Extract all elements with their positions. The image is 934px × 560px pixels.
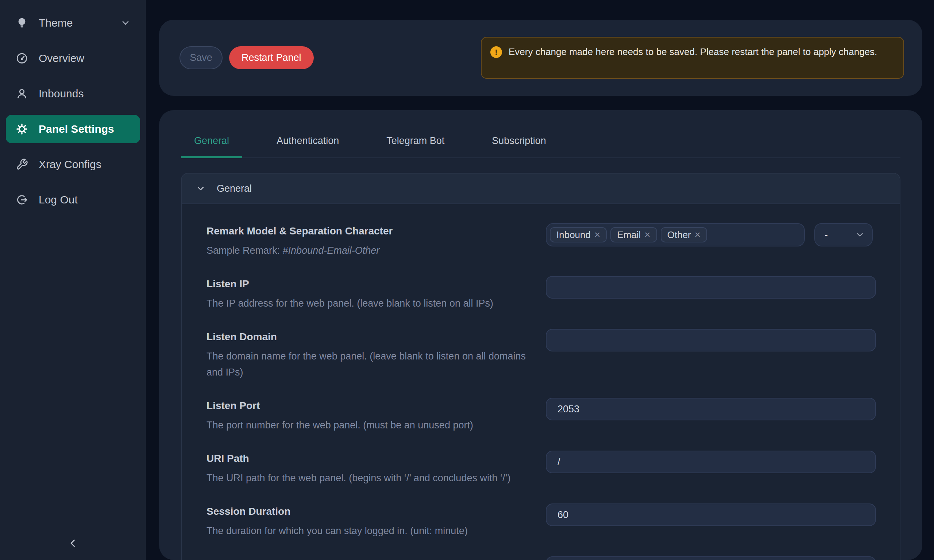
form-row-listen-domain: Listen Domain The domain name for the we…: [207, 329, 876, 380]
gear-icon: [15, 123, 28, 135]
sidebar-item-inbounds[interactable]: Inbounds: [6, 80, 140, 108]
toolbar-card: Save Restart Panel ! Every change made h…: [159, 20, 922, 96]
alert-text: Every change made here needs to be saved…: [509, 44, 877, 60]
main-content: Save Restart Panel ! Every change made h…: [146, 0, 934, 560]
restart-warning-alert: ! Every change made here needs to be sav…: [481, 37, 904, 79]
tag-label: Other: [667, 229, 691, 241]
pagination-size-input[interactable]: [546, 556, 876, 560]
selected-separator: -: [825, 229, 828, 241]
sidebar-item-label: Overview: [39, 52, 131, 65]
sidebar-item-panel-settings[interactable]: Panel Settings: [6, 115, 140, 143]
sidebar-item-label: Panel Settings: [39, 123, 131, 135]
tab-authentication[interactable]: Authentication: [264, 135, 352, 158]
logout-icon: [15, 193, 28, 206]
field-description: The IP address for the web panel. (leave…: [207, 295, 527, 311]
listen-domain-input[interactable]: [546, 329, 876, 351]
field-description: The URI path for the web panel. (begins …: [207, 470, 527, 486]
chevron-down-icon: [855, 230, 865, 240]
settings-tabs: General Authentication Telegram Bot Subs…: [181, 110, 900, 158]
field-description: The port number for the web panel. (must…: [207, 417, 527, 433]
save-button[interactable]: Save: [179, 46, 223, 69]
sidebar-item-theme[interactable]: Theme: [6, 9, 140, 37]
sidebar-item-xray-configs[interactable]: Xray Configs: [6, 150, 140, 178]
sidebar-item-overview[interactable]: Overview: [6, 44, 140, 72]
field-label: URI Path: [207, 451, 546, 467]
tab-general[interactable]: General: [181, 135, 242, 158]
close-icon[interactable]: ×: [695, 230, 701, 240]
separation-character-select[interactable]: -: [814, 223, 873, 246]
tag-label: Inbound: [556, 229, 591, 241]
section-title: General: [217, 183, 252, 194]
sidebar-collapse-button[interactable]: [65, 535, 81, 551]
sidebar-item-label: Inbounds: [39, 88, 131, 100]
chevron-down-icon: [120, 18, 131, 28]
form-row-listen-ip: Listen IP The IP address for the web pan…: [207, 276, 876, 311]
close-icon[interactable]: ×: [594, 230, 600, 240]
form-row-uri-path: URI Path The URI path for the web panel.…: [207, 451, 876, 486]
wrench-icon: [15, 158, 28, 171]
tag-other: Other ×: [661, 227, 707, 242]
tag-email: Email ×: [610, 227, 657, 242]
sidebar-item-label: Theme: [39, 17, 110, 29]
sidebar: Theme Overview Inbounds: [0, 0, 146, 560]
field-description: The duration for which you can stay logg…: [207, 523, 527, 539]
user-icon: [15, 87, 28, 100]
uri-path-input[interactable]: [546, 451, 876, 473]
field-label: Pagination Size: [207, 556, 546, 560]
sidebar-item-label: Log Out: [39, 194, 131, 206]
remark-model-multiselect[interactable]: Inbound × Email × Other ×: [546, 223, 805, 246]
form-row-session-duration: Session Duration The duration for which …: [207, 503, 876, 539]
tab-subscription[interactable]: Subscription: [479, 135, 559, 158]
sample-remark-value: #Inbound-Email-Other: [283, 245, 380, 256]
field-label: Listen Domain: [207, 329, 546, 345]
general-section-header[interactable]: General: [182, 174, 900, 204]
field-description: Sample Remark: #Inbound-Email-Other: [207, 242, 527, 258]
sidebar-item-label: Xray Configs: [39, 158, 131, 171]
field-description: The domain name for the web panel. (leav…: [207, 348, 527, 380]
field-label: Remark Model & Separation Character: [207, 223, 546, 239]
form-row-listen-port: Listen Port The port number for the web …: [207, 398, 876, 433]
chevron-down-icon: [196, 183, 206, 194]
session-duration-input[interactable]: [546, 503, 876, 526]
listen-ip-input[interactable]: [546, 276, 876, 298]
sample-remark-prefix: Sample Remark:: [207, 245, 283, 256]
restart-panel-button[interactable]: Restart Panel: [229, 46, 314, 69]
field-label: Listen Port: [207, 398, 546, 414]
field-label: Session Duration: [207, 503, 546, 520]
form-row-pagination-size: Pagination Size: [207, 556, 876, 560]
tab-telegram-bot[interactable]: Telegram Bot: [373, 135, 458, 158]
listen-port-input[interactable]: [546, 398, 876, 420]
tag-label: Email: [617, 229, 641, 241]
general-section: General Remark Model & Separation Charac…: [181, 173, 900, 560]
warning-icon: !: [490, 46, 502, 58]
form-row-remark-model: Remark Model & Separation Character Samp…: [207, 223, 876, 258]
sidebar-item-log-out[interactable]: Log Out: [6, 186, 140, 214]
bulb-icon: [15, 16, 28, 29]
general-section-body: Remark Model & Separation Character Samp…: [182, 204, 900, 560]
dashboard-icon: [15, 52, 28, 65]
settings-card: General Authentication Telegram Bot Subs…: [159, 110, 922, 560]
field-label: Listen IP: [207, 276, 546, 292]
close-icon[interactable]: ×: [644, 230, 650, 240]
tag-inbound: Inbound ×: [550, 227, 607, 242]
chevron-left-icon: [67, 537, 79, 549]
